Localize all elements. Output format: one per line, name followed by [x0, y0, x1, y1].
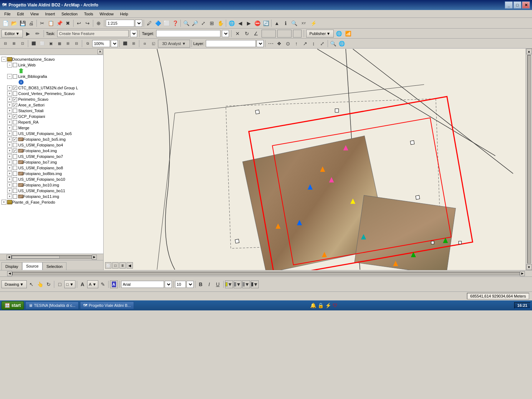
publisher-button[interactable]: Publisher ▼	[306, 30, 334, 38]
layer-item-us-bo10[interactable]: + US_USM_Fotopiano_bo10	[0, 176, 103, 182]
expand-perimetro[interactable]: +	[7, 97, 12, 102]
a5-btn1[interactable]: ⧈	[141, 40, 149, 48]
check-stazioni[interactable]	[13, 109, 17, 113]
task-select[interactable]	[130, 30, 137, 37]
scroll-up-button[interactable]: ▲	[526, 49, 532, 54]
layer-btn5[interactable]: ↗	[301, 40, 309, 48]
shadow-color-btn[interactable]: ▼	[251, 280, 259, 288]
edit-box2[interactable]	[277, 30, 292, 38]
check-foto-bo7[interactable]	[13, 160, 17, 164]
check-foto-bo8bis[interactable]	[13, 171, 17, 176]
identify-button[interactable]: 🖊	[145, 19, 153, 27]
check-perimetro[interactable]	[13, 97, 17, 101]
task-input[interactable]: Create New Feature	[57, 30, 129, 37]
layer-item-foto-bo8bis[interactable]: + Fotopiano_bo8bis.img	[0, 171, 103, 176]
line-color-btn[interactable]: ▼	[242, 280, 250, 288]
menu-selection[interactable]: Selection	[59, 11, 80, 17]
menu-file[interactable]: File	[1, 11, 14, 17]
expand-us-bo3[interactable]: +	[7, 131, 12, 136]
expand-ctc[interactable]: +	[7, 85, 12, 90]
www-button[interactable]: 🌐	[228, 19, 235, 27]
menu-edit[interactable]: Edit	[14, 11, 27, 17]
expand-documentazione[interactable]: −	[1, 57, 6, 62]
layer-item-foto-bo11[interactable]: + Fotopiano_bo11.img	[0, 194, 103, 199]
a2-btn2[interactable]: ⬜	[38, 40, 46, 48]
expand-coord[interactable]: +	[7, 91, 12, 96]
cut-button[interactable]: ✂	[38, 19, 46, 27]
tab-display[interactable]: Display	[1, 262, 22, 270]
hand-tool[interactable]: 👆	[36, 280, 44, 288]
layer-btn8[interactable]: 🔍	[329, 40, 337, 48]
zoom-percent-input[interactable]: 100%	[92, 40, 110, 47]
layer-btn4[interactable]: ↑	[293, 40, 300, 48]
rotate-tool[interactable]: ↻	[45, 280, 53, 288]
a3-btn1[interactable]: ⧉	[84, 40, 91, 48]
check-link-bib[interactable]	[13, 74, 17, 79]
check-foto-bo10[interactable]	[13, 183, 17, 187]
edit-play-button[interactable]: ▶	[24, 30, 32, 38]
edit-box1[interactable]	[262, 30, 276, 38]
layer-item-foto-bo3[interactable]: + Fotopiano_bo3_bo5.img	[0, 136, 103, 142]
draw-button[interactable]: ⬜	[163, 19, 170, 27]
edit-nodes-tool[interactable]: ✎	[99, 280, 107, 288]
horizontal-scrollbar[interactable]: ◀ ▶	[0, 254, 103, 260]
fontsize-select[interactable]	[187, 281, 194, 288]
layer-item-us-bo8[interactable]: + US_USM_Fotopiano_bo8	[0, 165, 103, 171]
layer-item-foto-bo7[interactable]: + Fotopiano_bo7.img	[0, 159, 103, 165]
layer-item-us-bo4[interactable]: + US_USM_Fotopiano_bo4	[0, 142, 103, 148]
copy-button[interactable]: 📋	[47, 19, 55, 27]
zoom-percent-select[interactable]	[111, 40, 118, 47]
layer-item-gcp[interactable]: + GCP_Fotopiani	[0, 114, 103, 119]
check-foto-bo3[interactable]	[13, 137, 17, 141]
layer-item-us-bo7[interactable]: + US_USM_Fotopiano_bo7	[0, 154, 103, 159]
lightning-button[interactable]: ⚡	[309, 19, 317, 27]
help-cursor-button[interactable]: ❓	[171, 19, 179, 27]
a1-btn1[interactable]: ⊟	[1, 40, 9, 48]
layer-item-link-bib[interactable]: − Link_Bibliografia	[0, 74, 103, 79]
underline-button[interactable]: U	[214, 280, 222, 288]
select-arrow-tool[interactable]: ↖	[28, 280, 35, 288]
text-dropdown[interactable]: A ▼	[87, 280, 98, 288]
publish-icon2[interactable]: 📶	[344, 30, 352, 38]
zoom-full-button[interactable]: ⤢	[199, 19, 207, 27]
map-scroll-right[interactable]: ▶	[520, 271, 525, 276]
target-select[interactable]	[222, 30, 229, 37]
zoom-out-button[interactable]: 🔎	[191, 19, 199, 27]
expand-stazioni[interactable]: +	[7, 108, 12, 113]
stop-button[interactable]: ⛔	[253, 19, 261, 27]
layer-item-perimetro[interactable]: + Perimetro_Scavo	[0, 96, 103, 102]
edit-box3[interactable]	[293, 30, 302, 38]
layer-item-ctc[interactable]: + CTC_BO83_UTM32N.dxf Group L	[0, 85, 103, 91]
layer-btn7[interactable]: ⤢	[318, 40, 326, 48]
check-coord[interactable]	[13, 91, 17, 96]
fill-color-btn[interactable]: ▼	[234, 280, 242, 288]
panel-close-button[interactable]: ✕	[98, 49, 103, 54]
xy-button[interactable]: XY	[299, 19, 309, 27]
check-foto-bo11[interactable]	[13, 194, 17, 199]
rotate-button[interactable]: ↻	[243, 30, 251, 38]
scroll-track[interactable]	[11, 255, 92, 259]
expand-aree[interactable]: +	[7, 103, 12, 108]
expand-foto-bo3[interactable]: +	[7, 137, 12, 142]
font-color-btn[interactable]: ▼	[225, 280, 233, 288]
a1-btn2[interactable]: ⊠	[10, 40, 18, 48]
a2-btn1[interactable]: ⬛	[30, 40, 38, 48]
expand-piante[interactable]: +	[1, 200, 6, 205]
check-ctc[interactable]	[13, 86, 17, 90]
tab-selection[interactable]: Selection	[43, 262, 66, 270]
expand-us-bo4[interactable]: +	[7, 143, 12, 148]
menu-help[interactable]: Help	[117, 11, 131, 17]
maximize-button[interactable]: □	[513, 1, 521, 9]
expand-merge[interactable]: +	[7, 125, 12, 130]
select-arrow-button[interactable]: ▲	[273, 19, 281, 27]
menu-tools[interactable]: Tools	[81, 11, 96, 17]
save-button[interactable]: 💾	[19, 19, 26, 27]
new-button[interactable]: 📄	[1, 19, 9, 27]
edit-pencil-button[interactable]: ✏	[34, 30, 41, 38]
publish-icon1[interactable]: 🌐	[335, 30, 343, 38]
check-us-bo11[interactable]	[13, 189, 17, 193]
info-button[interactable]: ℹ	[282, 19, 289, 27]
expand-foto-bo8bis[interactable]: +	[7, 171, 12, 176]
menu-insert[interactable]: Insert	[42, 11, 58, 17]
menu-view[interactable]: View	[28, 11, 42, 17]
